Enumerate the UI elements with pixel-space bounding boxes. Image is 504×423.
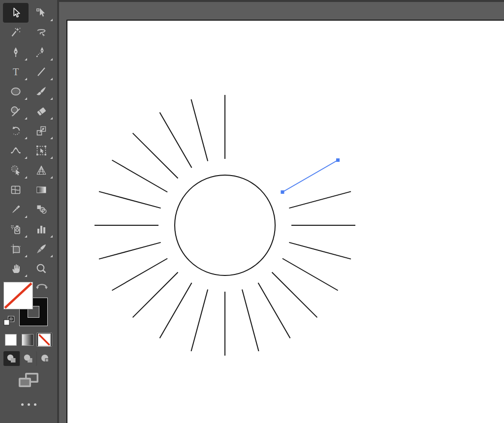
gradient-swatch-icon — [22, 334, 33, 345]
dot-icon — [21, 403, 24, 406]
width-tool-icon — [10, 145, 22, 156]
free-transform-tool-icon — [35, 145, 47, 156]
appearance-buttons — [3, 332, 52, 347]
blend-tool-icon — [35, 204, 47, 215]
hand-tool[interactable] — [3, 259, 29, 278]
column-graph-tool[interactable] — [29, 219, 54, 239]
eraser-tool-icon — [35, 105, 47, 117]
top-strip — [59, 0, 504, 2]
swap-fill-stroke-icon[interactable] — [35, 281, 48, 291]
symbol-sprayer-tool[interactable] — [3, 219, 29, 239]
magic-wand-tool[interactable] — [3, 23, 29, 42]
gradient-tool[interactable] — [29, 180, 54, 200]
scale-tool-icon — [35, 125, 47, 137]
edit-toolbar-button[interactable] — [0, 403, 57, 406]
blend-tool[interactable] — [29, 200, 54, 219]
artboard[interactable] — [66, 20, 504, 423]
eyedropper-tool[interactable] — [3, 200, 29, 219]
zoom-tool[interactable] — [29, 259, 54, 278]
draw-inside-button[interactable] — [37, 351, 53, 366]
none-swatch-icon — [39, 334, 50, 345]
change-screen-mode-button[interactable] — [18, 372, 39, 389]
panel-separator — [57, 0, 59, 423]
screen-mode-icon — [18, 372, 39, 389]
ellipse-tool[interactable] — [3, 82, 29, 101]
type-tool[interactable]: T — [3, 62, 29, 82]
none-slash-icon — [4, 282, 32, 309]
width-tool[interactable] — [3, 141, 29, 160]
selection-tool-icon — [10, 7, 22, 19]
shaper-tool-icon — [10, 164, 22, 176]
artboard-tool[interactable] — [3, 239, 29, 259]
magic-wand-tool-icon — [10, 27, 22, 38]
type-tool-icon: T — [10, 66, 22, 78]
selection-tool[interactable] — [3, 3, 29, 23]
eyedropper-tool-icon — [10, 204, 22, 215]
tools-panel: T — [0, 0, 57, 423]
direct-selection-tool[interactable] — [29, 3, 54, 23]
scale-tool[interactable] — [29, 121, 54, 141]
mesh-tool[interactable] — [3, 180, 29, 200]
draw-normal-button[interactable] — [3, 351, 20, 366]
tool-grid: T — [0, 0, 57, 278]
curvature-tool[interactable] — [29, 42, 54, 62]
none-button[interactable] — [36, 332, 52, 347]
lasso-tool-icon — [35, 27, 47, 38]
gradient-tool-icon — [35, 184, 47, 196]
paintbrush-tool-icon — [35, 86, 47, 97]
drawing-mode-buttons — [3, 351, 53, 366]
color-button[interactable] — [3, 332, 19, 347]
mesh-tool-icon — [10, 184, 22, 196]
draw-inside-icon — [39, 353, 52, 364]
draw-normal-icon — [5, 353, 18, 364]
pen-tool-icon — [10, 46, 22, 58]
symbol-sprayer-tool-icon — [10, 223, 22, 235]
pen-tool[interactable] — [3, 42, 29, 62]
shaper-tool[interactable] — [3, 160, 29, 180]
rotate-tool[interactable] — [3, 121, 29, 141]
shape-builder-tool-icon — [10, 105, 22, 117]
dot-icon — [34, 403, 36, 406]
fill-swatch-none[interactable] — [4, 282, 32, 309]
artboard-tool-icon — [10, 243, 22, 255]
direct-selection-tool-icon — [35, 7, 47, 19]
gradient-button[interactable] — [20, 332, 35, 347]
free-transform-tool[interactable] — [29, 141, 54, 160]
hand-tool-icon — [10, 263, 22, 274]
draw-behind-button[interactable] — [20, 351, 37, 366]
zoom-tool-icon — [35, 263, 47, 274]
lasso-tool[interactable] — [29, 23, 54, 42]
paintbrush-tool[interactable] — [29, 82, 54, 101]
shape-builder-tool[interactable] — [3, 101, 29, 121]
curvature-tool-icon — [35, 46, 47, 58]
rotate-tool-icon — [10, 125, 22, 137]
svg-text:T: T — [13, 66, 19, 77]
fill-stroke-indicator — [0, 281, 57, 332]
ellipse-tool-icon — [10, 86, 22, 97]
draw-behind-icon — [22, 353, 35, 364]
line-segment-tool[interactable] — [29, 62, 54, 82]
line-segment-tool-icon — [35, 66, 47, 78]
slice-tool[interactable] — [29, 239, 54, 259]
slice-tool-icon — [35, 243, 47, 255]
eraser-tool[interactable] — [29, 101, 54, 121]
dot-icon — [28, 403, 30, 406]
color-swatch-icon — [5, 334, 16, 345]
default-fill-stroke-icon[interactable] — [3, 316, 15, 327]
perspective-grid-tool-icon — [35, 164, 47, 176]
perspective-grid-tool[interactable] — [29, 160, 54, 180]
column-graph-tool-icon — [35, 223, 47, 235]
